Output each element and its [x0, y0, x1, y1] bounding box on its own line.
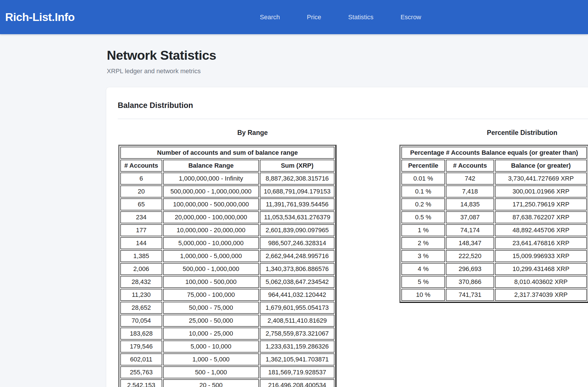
table-row: 179,5465,000 - 10,0001,233,631,159.28632… [120, 340, 334, 353]
table-cell: 5 % [401, 276, 445, 288]
table-cell: 75,000 - 100,000 [163, 289, 259, 301]
table-cell: 1 % [401, 224, 445, 236]
table-row: 255,763500 - 1,000181,569,719.928537 [120, 366, 334, 378]
nav-item-escrow[interactable]: Escrow [401, 13, 421, 21]
table-cell: 2,408,511,410.81629 [260, 315, 334, 327]
table-row: 61,000,000,000 - Infinity8,887,362,308.3… [120, 173, 334, 185]
table-cell: 5,000 - 10,000 [163, 340, 259, 353]
table-row: 28,432100,000 - 500,0005,062,038,647.234… [120, 276, 334, 288]
table-cell: 741,731 [446, 289, 494, 301]
nav-item-price[interactable]: Price [307, 13, 321, 21]
table-cell: 179,546 [120, 340, 162, 353]
card-columns: By Range Number of accounts and sum of b… [118, 129, 588, 387]
table-cell: 87,638.762207 XRP [495, 211, 587, 223]
table-cell: 28,432 [120, 276, 162, 288]
table-cell: 0.1 % [401, 185, 445, 198]
table-cell: 1,233,631,159.286326 [260, 340, 334, 353]
table-row: 0.01 %7423,730,441.727669 XRP [401, 173, 587, 185]
table-row: 1445,000,000 - 10,000,000986,507,246.328… [120, 237, 334, 249]
table-cell: 15,009.996933 XRP [495, 250, 587, 262]
table-cell: 1,000 - 5,000 [163, 353, 259, 365]
table-cell: 10 % [401, 289, 445, 301]
table-row: 10 %741,7312,317.374039 XRP [401, 289, 587, 301]
table-row: 5 %370,8668,010.403602 XRP [401, 276, 587, 288]
percentile-table: Percentage # Accounts Balance equals (or… [399, 145, 588, 303]
table-cell: 20,000,000 - 100,000,000 [163, 211, 259, 223]
table-header-row: # Accounts Balance Range Sum (XRP) [120, 160, 334, 172]
table-cell: 65 [120, 198, 162, 210]
table-row: 2,006500,000 - 1,000,0001,340,373,806.88… [120, 263, 334, 275]
balance-distribution-card: Balance Distribution By Range Number of … [106, 87, 588, 387]
table-cell: 14,835 [446, 198, 494, 210]
table-cell: 742 [446, 173, 494, 185]
by-range-label: By Range [118, 129, 387, 137]
table-cell: 7,418 [446, 185, 494, 198]
page-title: Network Statistics [107, 48, 588, 63]
main-nav: Search Price Statistics Escrow [260, 0, 421, 34]
table-row: 1 %74,17448,892.445706 XRP [401, 224, 587, 236]
table-cell: 0.5 % [401, 211, 445, 223]
table-cell: 5,062,038,647.234542 [260, 276, 334, 288]
table-cell: 3 % [401, 250, 445, 262]
table-cell: 10,299.431468 XRP [495, 263, 587, 275]
table-cell: 370,866 [446, 276, 494, 288]
table-cell: 964,441,032.120442 [260, 289, 334, 301]
column-header: Sum (XRP) [260, 160, 334, 172]
table-cell: 500 - 1,000 [163, 366, 259, 378]
nav-item-statistics[interactable]: Statistics [348, 13, 374, 21]
table-cell: 2,006 [120, 263, 162, 275]
table-row: 602,0111,000 - 5,0001,362,105,941.703871 [120, 353, 334, 365]
table-cell: 74,174 [446, 224, 494, 236]
table-cell: 8,887,362,308.315716 [260, 173, 334, 185]
table-cell: 1,000,000 - 5,000,000 [163, 250, 259, 262]
table-row: 28,65250,000 - 75,0001,679,601,955.05417… [120, 302, 334, 314]
table-cell: 100,000,000 - 500,000,000 [163, 198, 259, 210]
table-cell: 2,317.374039 XRP [495, 289, 587, 301]
table-caption: Number of accounts and sum of balance ra… [120, 147, 334, 159]
table-cell: 1,679,601,955.054173 [260, 302, 334, 314]
table-cell: 10,000,000 - 20,000,000 [163, 224, 259, 236]
brand-logo[interactable]: Rich-List.Info [5, 11, 75, 24]
table-row: 2 %148,34723,641.476816 XRP [401, 237, 587, 249]
percentile-label: Percentile Distribution [387, 129, 588, 137]
column-header: # Accounts [446, 160, 494, 172]
column-header: Balance (or greater) [495, 160, 587, 172]
table-cell: 986,507,246.328314 [260, 237, 334, 249]
table-cell: 25,000 - 50,000 [163, 315, 259, 327]
table-caption: Percentage # Accounts Balance equals (or… [401, 147, 587, 159]
table-cell: 37,087 [446, 211, 494, 223]
table-row: 70,05425,000 - 50,0002,408,511,410.81629 [120, 315, 334, 327]
table-cell: 144 [120, 237, 162, 249]
table-cell: 1,000,000,000 - Infinity [163, 173, 259, 185]
table-caption-row: Percentage # Accounts Balance equals (or… [401, 147, 587, 159]
table-row: 20500,000,000 - 1,000,000,00010,688,791,… [120, 185, 334, 198]
table-cell: 11,230 [120, 289, 162, 301]
page-subtitle: XRPL ledger and network metrics [107, 67, 588, 75]
table-header-row: Percentile # Accounts Balance (or greate… [401, 160, 587, 172]
top-navbar: Rich-List.Info Search Price Statistics E… [0, 0, 588, 34]
table-cell: 148,347 [446, 237, 494, 249]
table-row: 0.5 %37,08787,638.762207 XRP [401, 211, 587, 223]
table-cell: 500,000 - 1,000,000 [163, 263, 259, 275]
table-cell: 50,000 - 75,000 [163, 302, 259, 314]
by-range-section: By Range Number of accounts and sum of b… [118, 129, 387, 387]
table-cell: 171,250.79619 XRP [495, 198, 587, 210]
table-row: 183,62810,000 - 25,0002,758,559,873.3210… [120, 328, 334, 340]
table-cell: 8,010.403602 XRP [495, 276, 587, 288]
nav-item-search[interactable]: Search [260, 13, 280, 21]
table-row: 17710,000,000 - 20,000,0002,601,839,090.… [120, 224, 334, 236]
table-row: 0.2 %14,835171,250.79619 XRP [401, 198, 587, 210]
table-cell: 222,520 [446, 250, 494, 262]
table-cell: 500,000,000 - 1,000,000,000 [163, 185, 259, 198]
table-cell: 5,000,000 - 10,000,000 [163, 237, 259, 249]
table-row: 65100,000,000 - 500,000,00011,391,761,93… [120, 198, 334, 210]
table-row: 11,23075,000 - 100,000964,441,032.120442 [120, 289, 334, 301]
table-cell: 0.2 % [401, 198, 445, 210]
table-cell: 2,758,559,873.321067 [260, 328, 334, 340]
table-cell: 177 [120, 224, 162, 236]
table-row: 0.1 %7,418300,001.01966 XRP [401, 185, 587, 198]
table-cell: 296,693 [446, 263, 494, 275]
table-row: 1,3851,000,000 - 5,000,0002,662,944,248.… [120, 250, 334, 262]
card-title: Balance Distribution [118, 101, 588, 110]
percentile-section: Percentile Distribution Percentage # Acc… [387, 129, 588, 387]
